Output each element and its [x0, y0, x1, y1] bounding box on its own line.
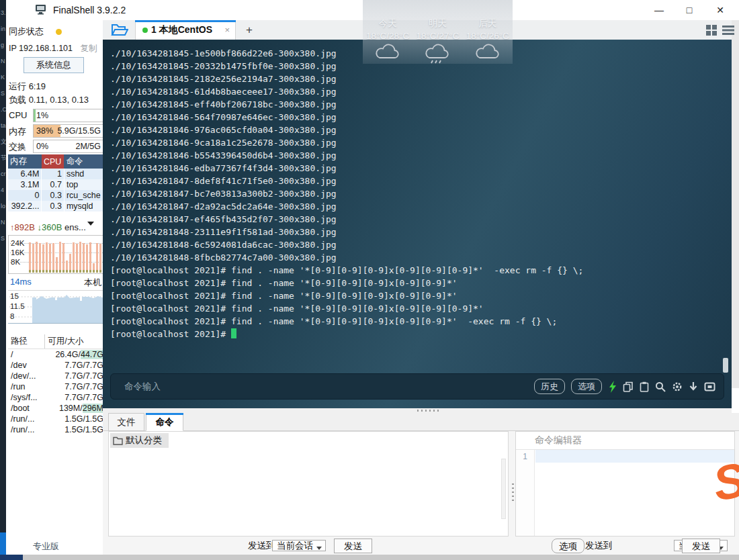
horizontal-splitter[interactable] — [103, 408, 732, 413]
chevron-down-icon[interactable] — [87, 222, 94, 229]
table-row[interactable]: 3.1M0.7top — [8, 179, 106, 190]
cpu-percent: 1% — [36, 111, 48, 120]
copy-icon[interactable] — [623, 381, 634, 392]
close-button[interactable]: ✕ — [709, 3, 732, 17]
terminal-line: ./10/1634281847-ef465fb435d2f07-300x380.… — [110, 213, 583, 226]
terminal-line: ./10/1634281846-9ca18a1c25e2678-300x380.… — [110, 136, 583, 149]
minimize-button[interactable]: — — [648, 3, 670, 17]
terminal-line: ./10/1634281845-61d4b8baeceee17-300x380.… — [110, 85, 583, 98]
table-row[interactable]: /boot139M/296M — [8, 403, 106, 414]
open-folder-icon[interactable] — [111, 23, 128, 40]
network-bar — [52, 243, 54, 273]
session-status-dot — [142, 28, 148, 33]
download-arrow-icon[interactable] — [689, 381, 698, 392]
table-row[interactable]: 6.4M1sshd — [8, 169, 106, 179]
table-row[interactable]: /dev7.7G/7.7G — [8, 360, 106, 371]
table-row[interactable]: /26.4G/44.7G — [8, 349, 106, 361]
table-row[interactable]: /run/...1.5G/1.5G — [8, 414, 106, 424]
cpu-meter: 1% — [33, 109, 104, 122]
editor-options-button[interactable]: 选项 — [552, 539, 584, 553]
table-row[interactable]: /run/...1.5G/1.5G — [8, 424, 106, 435]
background-window-corner-dark — [0, 555, 23, 560]
tab-commands[interactable]: 命令 — [146, 413, 183, 431]
process-table[interactable]: 内存CPU命令 6.4M1sshd3.1M0.7top00.3rcu_sche3… — [8, 154, 106, 212]
swap-label: 交换 — [9, 141, 26, 153]
weather-temperature: 18°C/26°C — [463, 31, 513, 41]
table-row[interactable]: /sys/f...7.7G/7.7G — [8, 392, 106, 403]
terminal-output: ./10/1634281845-1e500bf866d22e6-300x380.… — [110, 47, 583, 340]
list-scrollbar[interactable] — [501, 459, 506, 519]
editor-area[interactable]: 1 — [516, 449, 734, 536]
terminal-line: [root@localhost 2021]# find . -name '*[0… — [110, 315, 583, 328]
history-button[interactable]: 历史 — [534, 379, 565, 394]
disk-table[interactable]: 路径 可用/大小 /26.4G/44.7G/dev7.7G/7.7G/dev/.… — [8, 334, 106, 435]
terminal-line: ./10/1634281848-6c5924081da6cac-300x380.… — [110, 238, 583, 251]
network-interface[interactable]: ens... — [64, 222, 86, 232]
copy-ip-link[interactable]: 复制 — [80, 44, 97, 53]
send-button[interactable]: 发送 — [334, 539, 372, 553]
table-row[interactable]: /dev/...7.7G/7.7G — [8, 371, 106, 381]
terminal-line: ./10/1634281847-8def8f41c71f5e0-300x380.… — [110, 175, 583, 187]
network-bar — [36, 242, 38, 273]
table-row[interactable]: 392.2...0.3mysqld — [8, 201, 106, 212]
swap-meter: 0% 2M/5G — [33, 140, 104, 153]
command-input-bar[interactable]: 命令输入 历史 选项 — [110, 373, 724, 400]
network-bar — [66, 261, 68, 273]
proc-header[interactable]: CPU — [42, 154, 64, 169]
search-icon[interactable] — [655, 381, 666, 392]
command-input-placeholder[interactable]: 命令输入 — [124, 381, 161, 393]
proc-header[interactable]: 命令 — [64, 154, 105, 169]
paste-icon[interactable] — [640, 381, 649, 392]
command-editor-panel[interactable]: 命令编辑器 1 — [515, 431, 735, 536]
new-tab-button[interactable]: + — [241, 20, 257, 40]
background-window-strip: 3.ingNKS.Cta文节cr4loNS — [0, 0, 6, 532]
terminal-line: ./10/1634281848-23111e9f1f581ad-300x380.… — [110, 226, 583, 238]
screen: 3.ingNKS.Cta文节cr4loNS FinalShell 3.9.2.2… — [0, 0, 739, 560]
weather-widget: 今天18°C/28°C明天18°C/27°C后天18°C/26°C — [363, 0, 513, 64]
table-row[interactable]: /run7.7G/7.7G — [8, 381, 106, 392]
weather-day: 明天18°C/27°C — [412, 0, 462, 64]
swap-percent: 0% — [36, 142, 48, 151]
network-bar — [49, 244, 51, 273]
layout-grid-icon[interactable] — [706, 25, 717, 38]
ping-tick-11: 11.5 — [10, 302, 25, 310]
window-title: FinalShell 3.9.2.2 — [53, 5, 126, 15]
session-select[interactable]: 当前会话 — [272, 540, 326, 551]
tab-files[interactable]: 文件 — [108, 413, 144, 431]
splitter-handle-dots — [512, 483, 514, 501]
weather-day-name: 后天 — [463, 17, 513, 30]
table-row[interactable]: 00.3rcu_sche — [8, 190, 106, 201]
chevron-down-icon — [316, 547, 322, 553]
terminal-line: [root@localhost 2021]# find . -name '*[0… — [110, 302, 583, 315]
monitor-icon[interactable] — [704, 382, 715, 391]
splitter-handle-dots — [417, 410, 440, 412]
gear-icon[interactable] — [672, 381, 683, 392]
proc-header[interactable]: 内存 — [8, 154, 42, 169]
options-button[interactable]: 选项 — [571, 379, 602, 394]
ip-label: IP 192.168.1.101 — [9, 44, 73, 53]
cloud-icon — [463, 41, 513, 67]
ping-host: 本机 — [84, 277, 101, 289]
maximize-button[interactable]: □ — [678, 3, 701, 17]
upload-rate: 892B — [15, 222, 35, 232]
terminal[interactable]: ./10/1634281845-1e500bf866d22e6-300x380.… — [103, 40, 732, 408]
command-list-panel[interactable]: 默认分类 — [108, 431, 509, 536]
editor-current-line — [535, 450, 734, 463]
load-value: 0.11, 0.13, 0.13 — [29, 95, 89, 105]
terminal-scrollbar-thumb[interactable] — [723, 358, 728, 373]
network-bar — [56, 257, 58, 273]
send-button[interactable]: 发送 — [682, 539, 720, 553]
vertical-splitter[interactable] — [511, 431, 514, 536]
category-default[interactable]: 默认分类 — [110, 433, 169, 448]
network-bar — [69, 254, 71, 273]
memory-label: 内存 — [9, 126, 26, 138]
lightning-icon[interactable] — [608, 381, 617, 393]
network-bar — [89, 242, 91, 273]
tab-close-icon[interactable]: × — [224, 20, 230, 40]
sublime-logo-sliver: S — [713, 455, 739, 510]
network-traffic-header[interactable]: ↑892B ↓360B ens... — [10, 222, 103, 232]
tab-local-centos[interactable]: 1 本地CentOS × — [135, 20, 236, 40]
memory-percent: 38% — [36, 126, 53, 136]
system-info-button[interactable]: 系统信息 — [24, 57, 84, 73]
menu-icon[interactable] — [722, 25, 734, 38]
